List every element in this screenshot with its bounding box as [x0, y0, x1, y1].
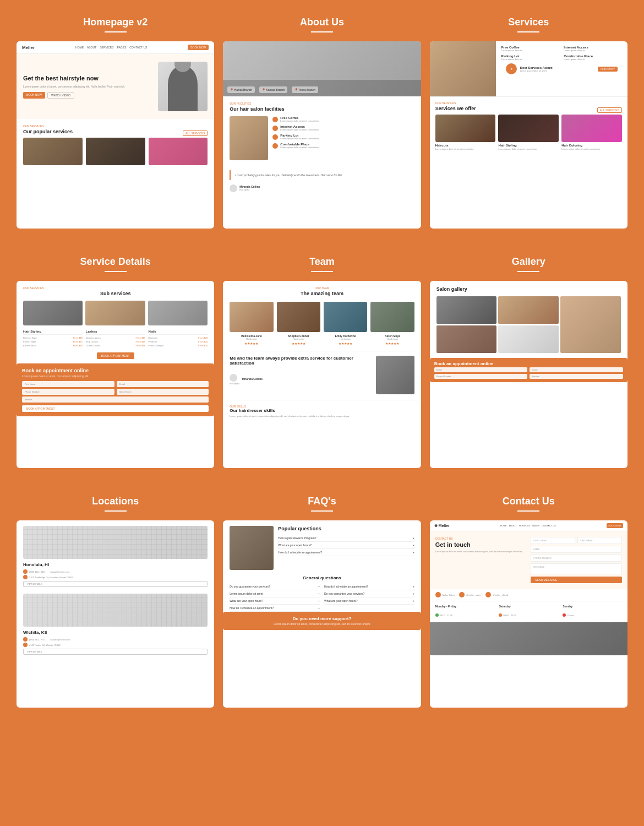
social-name-1: Melier Salon [443, 594, 455, 596]
member-role-1: Hairdresser [230, 338, 273, 340]
comfort-icon [272, 143, 278, 149]
contact-message-field[interactable]: MESSAGE [531, 563, 622, 574]
sd-sub-label: OUR SERVICES [23, 286, 208, 290]
person-shape [168, 67, 198, 111]
team-testimonial-author: Miranda Collins Hairstylist [230, 372, 371, 385]
team-testimonial-image [376, 356, 414, 394]
location-map-honolulu [23, 526, 208, 559]
services-list-section: OUR SERVICES Services we offer ALL SERVI… [430, 96, 627, 155]
contact-logo: ⊕ Melier [434, 524, 450, 528]
branch-hawaii: 📍 Hawaii Branch [227, 86, 255, 93]
member-role-2: Hairdresser [277, 338, 320, 340]
faq-general-3[interactable]: What are your open hours? + [230, 597, 320, 605]
services-feat-row-1: Free Coffee Lorem ipsum dolor sit Intern… [501, 46, 622, 52]
section-underline-faqs [311, 510, 333, 512]
about-hero-image: 📍 Hawaii Branch 📍 Kansas Branch 📍 Texas … [223, 41, 421, 96]
sd-field-salon[interactable]: Salon Name [117, 389, 209, 395]
homepage-allservices-btn[interactable]: ALL SERVICES [183, 131, 208, 136]
feature-parking: Parking Lot Lorem ipsum dolor sit amet c… [272, 134, 414, 140]
sd-field-service[interactable]: Service [22, 396, 209, 403]
location-phone-honolulu: (808) 123 - 8011 hawaii@melier.com [23, 569, 208, 574]
sd-field-phone[interactable]: Phone Number [22, 389, 114, 395]
faq-item-schedule[interactable]: How do I schedule an appointment? + [278, 549, 414, 556]
sd-field-email[interactable]: Email [117, 381, 209, 387]
service-feat-comfort: Comfortable Place Lorem ipsum dolor sit [564, 55, 622, 61]
contact-submit-btn[interactable]: SEND MESSAGE [531, 577, 622, 583]
sd-row-partnerstyle: Partner Style From $25 [23, 340, 83, 343]
member-photo-4 [370, 302, 414, 332]
section-underline-contact [517, 510, 539, 512]
location-city-wichita: Wichita, KS [23, 630, 208, 635]
faq-general-r2[interactable]: Do you guarantee your services? + [324, 590, 414, 597]
contact-nav-links: HOME ABOUT SERVICES PAGES CONTACT US [500, 524, 556, 527]
contact-email-field[interactable]: EMAIL [531, 546, 622, 553]
section-title-contact: Contact Us [430, 496, 627, 507]
faq-arrow-hours: + [413, 544, 414, 547]
contact-form: FIRST NAME LAST NAME EMAIL PHONE NUMBER … [531, 537, 622, 583]
team-author-title: Hairstylist [230, 382, 371, 385]
contact-firstname-field[interactable]: FIRST NAME [531, 537, 575, 544]
sd-row-clusterlashes: Cluster Lashes From $24 [86, 344, 145, 347]
gallery-heading: Salon gallery [436, 286, 621, 292]
faq-item-hours[interactable]: What are your open hours? + [278, 542, 414, 549]
hours-dot-red [563, 613, 566, 617]
gallery-field-service[interactable]: Service [530, 374, 623, 379]
hours-badge-sun: Closed [563, 613, 574, 617]
about-content: OUR FACILITIES Our hair salon facilities… [223, 96, 421, 166]
contact-phone-field[interactable]: PHONE NUMBER [531, 555, 622, 562]
homepage-service-thumbs [23, 138, 208, 165]
sd-col-styling: Hair Styling Flat Iron Style From $48 Pa… [23, 330, 83, 348]
homepage-services: OUR SERVICES Our popular services ALL SE… [17, 119, 214, 171]
section-underline-gallery [517, 271, 539, 272]
gallery-field-email[interactable]: Email [530, 367, 623, 372]
contact-form-row-3: PHONE NUMBER [531, 555, 622, 562]
about-sub-label: OUR FACILITIES [230, 102, 414, 105]
hours-saturday: Saturday 09:00 - 13:00 [499, 605, 558, 619]
service-item-haircuts: Haircuts Lorem ipsum dolor sit amet cons… [435, 115, 496, 150]
gallery-grid [436, 296, 621, 355]
team-testimonial-text: Me and the team always provide extra ser… [230, 356, 371, 394]
sd-row-polishchanges: Polish Changes From $24 [149, 344, 208, 347]
sd-field-firstname[interactable]: First Name [22, 381, 114, 387]
services-all-btn[interactable]: ALL SERVICES [597, 107, 622, 113]
contact-book-btn[interactable]: BOOK NOW [607, 523, 623, 528]
sd-thumb-3 [148, 301, 208, 325]
team-testimonial: Me and the team always provide extra ser… [230, 351, 414, 394]
homepage-hero-text: Get the best hairstyle now Lorem ipsum d… [23, 74, 158, 98]
contact-lastname-field[interactable]: LAST NAME [577, 537, 622, 544]
services-list-title: Services we offer [435, 106, 476, 111]
faq-general-rarrow-2: + [413, 592, 414, 595]
hours-sunday: Sunday Closed [563, 605, 622, 619]
faq-general-1[interactable]: Do you guarantee your services? + [230, 583, 320, 590]
gallery-field-name[interactable]: Name [434, 367, 528, 372]
member-role-4: Hairdresser [370, 338, 414, 340]
homepage-watchvideo-btn[interactable]: WATCH VIDEO [47, 92, 74, 99]
feature-free-coffee: Free Coffee Lorem ipsum dolor sit amet c… [272, 116, 414, 122]
sd-submit-btn[interactable]: BOOK APPOINTMENT [22, 405, 209, 412]
sd-book-btn[interactable]: BOOK APPOINTMENT [97, 352, 134, 359]
sd-col-lashes: Lashes Classic Lashes From $48 Strip Las… [86, 330, 145, 348]
faq-general-4[interactable]: How do I schedule an appointment? + [230, 605, 320, 612]
award-read-btn[interactable]: READ STORY [598, 67, 618, 72]
homepage-booknow-btn[interactable]: BOOK NOW [23, 92, 45, 99]
services-award: ★ Best Services Award Lorem ipsum dolor … [506, 63, 618, 74]
faq-item-rewards[interactable]: How to join Rewards Program? + [278, 535, 414, 542]
faq-general-2[interactable]: Lorem ipsum dolor sit amet + [230, 590, 320, 597]
award-text: Best Services Award Lorem ipsum dolor si… [520, 66, 553, 72]
branch-kansas: 📍 Kansas Branch [259, 86, 287, 93]
sd-booking-fields-2: Phone Number Salon Name [22, 389, 209, 395]
hours-badge-monfri: 09:00 - 21:00 [435, 613, 453, 617]
faq-general-r3[interactable]: What are your open hours? + [324, 597, 414, 605]
faq-general-r1[interactable]: How do I schedule an appointment? + [324, 583, 414, 590]
sd-heading: Sub services [23, 291, 208, 296]
homepage-book-btn[interactable]: BOOK NOW [188, 45, 209, 50]
section-underline-about [311, 31, 333, 32]
member-photo-2 [277, 302, 320, 332]
section-underline-services [517, 31, 539, 32]
location-city-honolulu: Honolulu, HI [23, 562, 208, 567]
team-members-list: Bellissima Jane Hairdresser ★★★★★ Shopbi… [230, 302, 414, 345]
location-viewdetails-wichita[interactable]: VIEW DETAILS [23, 649, 208, 655]
section-title-services: Services [430, 17, 627, 28]
location-viewdetails-honolulu[interactable]: VIEW DETAILS [23, 581, 208, 587]
gallery-field-phone[interactable]: Phone Number [434, 374, 528, 379]
